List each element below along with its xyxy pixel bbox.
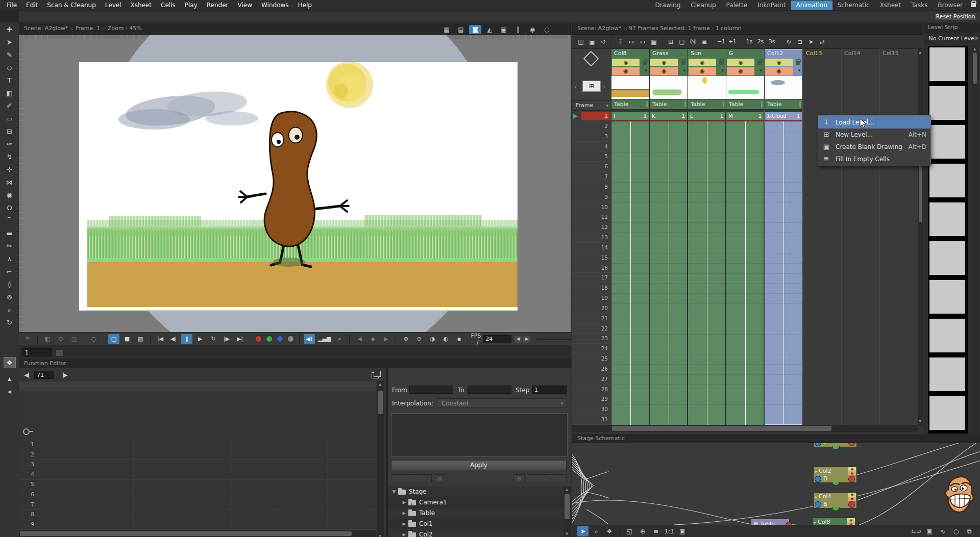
new-level-icon[interactable]: Ⓝ: [688, 37, 698, 47]
stage-tree-item-col1[interactable]: ▶Col1: [388, 519, 564, 529]
autostretch-icon[interactable]: ➤: [806, 37, 816, 47]
onion-skin-marker-icon[interactable]: [573, 114, 578, 119]
geometric-tool-icon[interactable]: ◇: [4, 62, 16, 73]
camstand-visibility-toggle[interactable]: ◉: [765, 67, 793, 75]
room-tab-cleanup[interactable]: Cleanup: [685, 1, 721, 10]
fps-input[interactable]: [483, 335, 511, 343]
frame-number-cell[interactable]: 22: [572, 324, 611, 334]
xsheet-vertical-scrollbar[interactable]: ▲ ▼: [918, 49, 923, 425]
cell-range-col8[interactable]: [611, 121, 649, 425]
column-header-col12[interactable]: Col12◉◉▾Table: [765, 49, 803, 111]
fe-scroll-down-icon[interactable]: ▼: [379, 534, 381, 537]
link-dash-right-button[interactable]: ---: [527, 474, 567, 482]
swap-icon[interactable]: ⇄: [817, 37, 827, 47]
fe-prev-frame-icon[interactable]: ◀▏: [23, 370, 34, 380]
level-strip-frame[interactable]: [929, 318, 966, 353]
frame-number-cell[interactable]: 29: [572, 394, 611, 404]
zoom-in-icon[interactable]: ⊕: [400, 334, 411, 344]
cell-sun-frame-1[interactable]: L1: [688, 111, 726, 121]
camstand-visibility-toggle[interactable]: ◉: [650, 67, 678, 75]
room-tab-palette[interactable]: Palette: [721, 1, 753, 10]
open-sub-xsheet-icon[interactable]: ↦: [626, 37, 636, 47]
normalize-icon[interactable]: ≡: [650, 526, 662, 536]
iron-tool-icon[interactable]: ▬: [4, 228, 16, 239]
field-guide-icon[interactable]: ▤: [455, 25, 467, 34]
fe-list-box[interactable]: [391, 413, 568, 457]
fps-dec-icon[interactable]: ◀: [514, 336, 522, 343]
paint-brush-tool-icon[interactable]: ✐: [4, 100, 16, 112]
room-tab-xsheet[interactable]: Xsheet: [875, 1, 906, 10]
column-parent-cell[interactable]: Table: [611, 99, 649, 109]
schematic-graph[interactable]: E▸Col2◉◉D▸Col4◉◉B▸Col8◉◉I▦Table: [572, 443, 980, 525]
paste-icon[interactable]: ↧: [615, 37, 625, 47]
lock-icon[interactable]: [681, 61, 685, 65]
histogram-icon[interactable]: ▂▄▆: [317, 334, 332, 344]
toggle-all-icon[interactable]: [583, 50, 599, 66]
zoom-tool-icon[interactable]: ⌕: [591, 526, 602, 536]
menu-icon[interactable]: ≡: [22, 334, 33, 344]
frame-number-cell[interactable]: 6: [572, 162, 611, 172]
camera-visibility-toggle[interactable]: ◉: [689, 59, 716, 66]
node-header[interactable]: ▸Col8◉◉: [813, 518, 855, 525]
level-strip-frame[interactable]: [929, 163, 966, 198]
frame-number-cell[interactable]: 19: [572, 293, 611, 303]
fe-horizontal-scroll-thumb[interactable]: [20, 531, 352, 536]
caret-right-icon[interactable]: ▶: [401, 508, 407, 519]
bender-tool-icon[interactable]: ⌒: [4, 215, 16, 226]
reframe-icon[interactable]: ⊐: [795, 37, 805, 47]
frame-number-cell[interactable]: 1: [572, 111, 611, 121]
frame-number-cell[interactable]: 23: [572, 334, 611, 344]
node-input-port[interactable]: [815, 443, 821, 446]
cell-range-g[interactable]: [726, 121, 764, 425]
level-strip-frame[interactable]: [929, 47, 966, 82]
level-strip-frame[interactable]: [929, 357, 966, 392]
3d-view-icon[interactable]: ◭: [483, 25, 496, 34]
level-strip-frame[interactable]: [929, 241, 966, 275]
zoom-out-icon[interactable]: ⊖: [413, 334, 425, 344]
camera-visibility-toggle[interactable]: ◉: [727, 59, 754, 66]
rgb-picker-tool-icon[interactable]: ↯: [4, 151, 16, 163]
cell-range-grass[interactable]: [650, 121, 688, 425]
red-channel-icon[interactable]: [255, 336, 262, 342]
stage-tree-item-table[interactable]: ▶Table: [388, 508, 564, 519]
camera-visibility-toggle[interactable]: ◉: [765, 59, 793, 66]
control-point-editor-tool-icon[interactable]: ⊹: [4, 164, 16, 175]
fe-row[interactable]: 7: [19, 500, 376, 510]
actual-size-button[interactable]: 1:1: [664, 526, 675, 536]
menu-scan-cleanup[interactable]: Scan & Cleanup: [42, 1, 100, 10]
toolbar-collapse-icon[interactable]: ◀: [4, 386, 16, 397]
menu-edit[interactable]: Edit: [21, 1, 42, 10]
rotate-icon[interactable]: ↺: [598, 37, 608, 47]
lock-icon[interactable]: [719, 61, 724, 65]
frame-number-cell[interactable]: 18: [572, 283, 611, 293]
apply-button[interactable]: Apply: [391, 460, 567, 470]
locator-icon[interactable]: ⌕: [334, 334, 345, 344]
loop-icon[interactable]: ↻: [208, 334, 219, 344]
frame-number-cell[interactable]: 24: [572, 344, 611, 354]
last-frame-icon[interactable]: ▶|: [234, 334, 246, 344]
room-tab-drawing[interactable]: Drawing: [650, 1, 685, 10]
view-mode-check-icon[interactable]: ▨: [135, 334, 146, 344]
step-input[interactable]: [532, 386, 567, 394]
magnet-tool-icon[interactable]: Ω: [4, 202, 16, 214]
plastic-tool-icon[interactable]: ◊: [4, 279, 16, 290]
frame-number-cell[interactable]: 20: [572, 303, 611, 314]
stage-tree-item-stage[interactable]: ▼Stage: [388, 487, 564, 497]
frame-number-cell[interactable]: 7: [572, 172, 611, 182]
schematic-node-table[interactable]: ▦Table: [751, 519, 790, 525]
fe-row[interactable]: 4: [19, 470, 376, 480]
fit-view-icon[interactable]: ◱: [624, 526, 635, 536]
camera-test-icon[interactable]: ▣: [498, 25, 510, 34]
tree-scroll-thumb[interactable]: [565, 494, 570, 519]
first-frame-icon[interactable]: |◀: [155, 334, 166, 344]
define-sub-camera-icon[interactable]: ◌: [88, 334, 100, 344]
view-mode-standard-icon[interactable]: □: [108, 334, 119, 344]
skeleton-tool-icon[interactable]: ⋏: [4, 253, 16, 265]
schematic-node-e[interactable]: E: [813, 443, 857, 447]
menu-play[interactable]: Play: [180, 1, 202, 10]
cell-grass-frame-1[interactable]: K1: [650, 111, 688, 121]
camera-icon[interactable]: ▣: [924, 526, 935, 536]
frame-range-icon[interactable]: ▢: [677, 37, 687, 47]
next-frame-icon[interactable]: |▶: [221, 334, 232, 344]
level-strip-frame[interactable]: [929, 396, 966, 430]
